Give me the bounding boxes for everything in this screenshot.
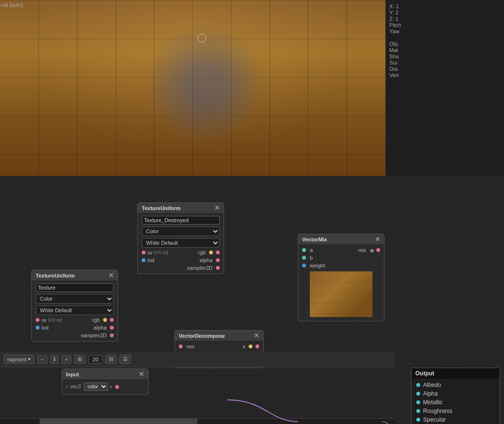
texture-uniform-node-1: TextureUniform ✕ Color White Default uv …	[137, 202, 224, 274]
grid-button[interactable]: ⊞	[74, 355, 85, 364]
rgb-label-2: rgb	[92, 317, 100, 323]
info-button[interactable]: ℹ	[50, 355, 59, 364]
albedo-socket	[416, 383, 420, 387]
texture-name-1-input[interactable]	[142, 216, 220, 225]
output-node: Output Albedo Alpha Metallic Roughness S…	[411, 368, 500, 424]
mode-arrow: ▾	[28, 356, 31, 362]
texture-uniform-2-close[interactable]: ✕	[108, 272, 114, 278]
coord-z: Z: 1	[389, 16, 500, 22]
texture-uniform-2-header: TextureUniform ✕	[32, 270, 118, 280]
a-label: a	[310, 247, 313, 253]
node-editor: ragment ▾ − ℹ + ⊞ 20 ⊟ ☰ TextureUniform …	[0, 176, 504, 424]
mix-socket-out	[376, 248, 380, 252]
plus-icon: +	[65, 357, 68, 362]
vector-decompose-close[interactable]: ✕	[254, 332, 259, 339]
texture-uniform-1-close[interactable]: ✕	[214, 205, 220, 211]
output-node-header: Output	[411, 368, 500, 379]
viewport: nal [auto]	[0, 0, 385, 176]
albedo-label: Albedo	[423, 382, 441, 388]
input-title: Input	[66, 371, 79, 377]
input-color-select[interactable]: color	[84, 383, 108, 391]
output-specular: Specular	[411, 415, 500, 424]
texture-name-2-input[interactable]	[36, 283, 114, 292]
x-label: x	[243, 344, 246, 349]
sampler-socket-out-2	[110, 333, 114, 337]
h-scrollbar[interactable]	[0, 418, 395, 424]
input-close[interactable]: ✕	[139, 371, 144, 377]
alpha-socket-out-2	[110, 326, 114, 330]
output-roughness: Roughness	[411, 407, 500, 415]
sampler-socket-out-1	[216, 266, 220, 270]
output-albedo: Albedo	[411, 381, 500, 389]
input-value-row: ▪ vec3 color ▾	[62, 381, 148, 392]
white-default-select-1[interactable]: White Default	[142, 238, 220, 248]
vector-decompose-title: VectorDecompose	[179, 333, 225, 339]
vector-mix-node: VectorMix ✕ a mix 👁 b weight	[298, 234, 385, 321]
zoom-level: 20	[88, 355, 103, 364]
vector-decompose-header: VectorDecompose ✕	[175, 331, 263, 341]
mode-label: ragment	[7, 357, 27, 362]
input-node-header: Input ✕	[62, 369, 148, 379]
input-arrow: ▾	[110, 384, 112, 389]
zoom-in-button[interactable]: +	[62, 355, 71, 364]
rgb-socket-out-1b	[216, 251, 220, 254]
zoom-out-button[interactable]: −	[37, 355, 47, 364]
uv-label-1: uv	[147, 250, 153, 255]
mix-label: mix	[358, 247, 366, 253]
alpha-label-1: alpha	[199, 257, 212, 263]
vert-label: Vert	[389, 72, 500, 78]
sha-label: Sha	[389, 53, 500, 59]
input-type-label: vec3	[71, 384, 81, 389]
alpha-socket	[416, 392, 420, 396]
color-select-1[interactable]: Color	[142, 226, 220, 236]
uv-socket-in-2	[36, 318, 40, 322]
grid-icon: ⊞	[78, 356, 82, 362]
mix-eye-icon[interactable]: 👁	[370, 248, 373, 252]
coord-x: X: 1	[389, 3, 500, 9]
obj-label: Obj	[389, 41, 500, 47]
sur-label: Sur	[389, 60, 500, 66]
rgb-socket-out-2	[103, 318, 107, 322]
specular-label: Specular	[423, 416, 446, 423]
viewport-label: nal [auto]	[1, 2, 23, 8]
x-socket-out2	[255, 344, 259, 348]
scrollbar-thumb[interactable]	[40, 419, 198, 424]
code-button[interactable]: ☰	[119, 355, 131, 364]
uv-sub-1: [UV.xy]	[155, 250, 168, 255]
coord-yaw: Yaw	[389, 28, 500, 34]
uv-sub-2: [UV.xy]	[49, 318, 62, 322]
a-socket-in	[302, 248, 306, 252]
white-default-select-2[interactable]: White Default	[36, 305, 114, 315]
weight-label: weight	[310, 263, 325, 268]
compare-button[interactable]: ⊟	[106, 355, 117, 364]
specular-socket	[416, 418, 420, 422]
coord-y: Y: 2	[389, 10, 500, 15]
node-toolbar: ragment ▾ − ℹ + ⊞ 20 ⊟ ☰	[0, 352, 395, 367]
vec-label: vec	[186, 344, 195, 349]
texture-uniform-1-title: TextureUniform	[142, 205, 181, 211]
texture-uniform-node-2: TextureUniform ✕ Color White Default uv …	[31, 270, 118, 342]
rgb-socket-out-1	[209, 251, 213, 254]
roughness-label: Roughness	[423, 408, 452, 414]
vector-mix-title: VectorMix	[302, 237, 327, 242]
coord-pitch: Pitch	[389, 22, 500, 28]
metallic-label: Metallic	[423, 399, 443, 406]
compare-icon: ⊟	[109, 356, 113, 362]
vector-mix-close[interactable]: ✕	[375, 236, 380, 242]
x-socket-out	[249, 344, 252, 348]
dra-label: Dra	[389, 66, 500, 72]
texture-uniform-1-header: TextureUniform ✕	[138, 203, 224, 213]
texture-uniform-2-title: TextureUniform	[36, 273, 75, 278]
alpha-socket-out-1	[216, 258, 220, 262]
rgb-socket-out-2b	[110, 318, 114, 322]
lod-label-1: lod	[147, 257, 155, 263]
input-socket-out	[115, 385, 119, 389]
output-alpha: Alpha	[411, 389, 500, 398]
uv-socket-in-1	[142, 251, 146, 254]
output-title: Output	[415, 370, 434, 377]
info-icon: ℹ	[53, 356, 55, 362]
color-select-2[interactable]: Color	[36, 294, 114, 304]
right-panel: X: 1 Y: 2 Z: 1 Pitch Yaw Obj Mat Sha Sur…	[385, 0, 504, 176]
code-icon: ☰	[123, 356, 128, 362]
mode-dropdown[interactable]: ragment ▾	[4, 355, 34, 364]
